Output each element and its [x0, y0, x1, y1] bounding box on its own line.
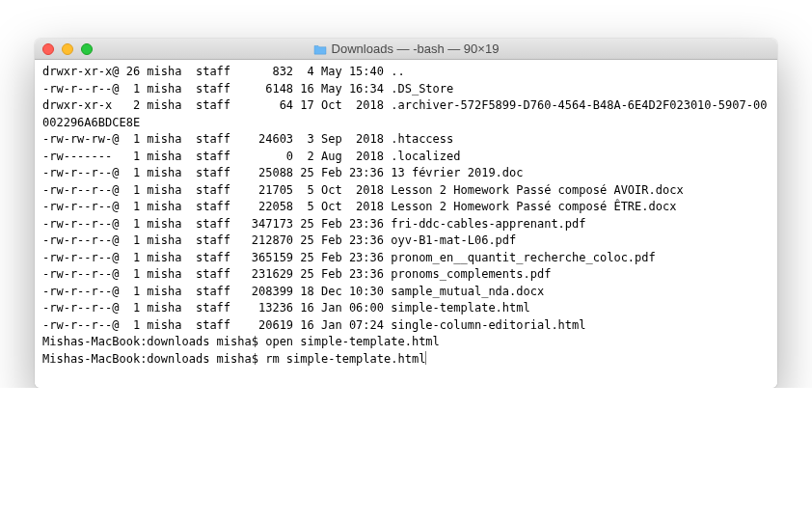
listing-line: -rw-r--r--@ 1 misha staff 20619 16 Jan 0…	[42, 317, 770, 335]
close-button[interactable]	[42, 43, 54, 55]
listing-line: -rw------- 1 misha staff 0 2 Aug 2018 .l…	[42, 149, 770, 166]
listing-line: -rw-r--r--@ 1 misha staff 6148 16 May 16…	[42, 81, 770, 98]
listing-line: -rw-rw-rw-@ 1 misha staff 24603 3 Sep 20…	[42, 131, 770, 149]
listing-line: -rw-r--r--@ 1 misha staff 212870 25 Feb …	[42, 233, 770, 250]
minimize-button[interactable]	[62, 43, 73, 55]
listing-line: -rw-r--r--@ 1 misha staff 347173 25 Feb …	[42, 216, 770, 233]
listing-line: -rw-r--r--@ 1 misha staff 365159 25 Feb …	[42, 250, 770, 267]
maximize-button[interactable]	[81, 43, 93, 55]
listing-line: drwxr-xr-x@ 26 misha staff 832 4 May 15:…	[42, 64, 770, 81]
listing-line: -rw-r--r--@ 1 misha staff 231629 25 Feb …	[42, 266, 770, 284]
traffic-lights	[42, 43, 93, 55]
window-title-wrap: Downloads — -bash — 90×19	[42, 41, 770, 56]
listing-line: -rw-r--r--@ 1 misha staff 13236 16 Jan 0…	[42, 300, 770, 317]
cursor	[425, 351, 426, 365]
window-title: Downloads — -bash — 90×19	[332, 41, 500, 56]
prompt-prefix: Mishas-MacBook:downloads misha$	[42, 335, 265, 348]
listing-line: -rw-r--r--@ 1 misha staff 22058 5 Oct 20…	[42, 199, 770, 216]
titlebar: Downloads — -bash — 90×19	[35, 39, 777, 60]
listing-line: drwxr-xr-x 2 misha staff 64 17 Oct 2018 …	[42, 97, 770, 131]
listing-line: -rw-r--r--@ 1 misha staff 208399 18 Dec …	[42, 284, 770, 301]
folder-icon	[313, 43, 327, 54]
command-text: open simple-template.html	[265, 335, 440, 348]
listing-line: -rw-r--r--@ 1 misha staff 25088 25 Feb 2…	[42, 165, 770, 182]
prompt-prefix: Mishas-MacBook:downloads misha$	[42, 352, 265, 366]
terminal-body[interactable]: drwxr-xr-x@ 26 misha staff 832 4 May 15:…	[35, 60, 777, 388]
prompt-line: Mishas-MacBook:downloads misha$ rm simpl…	[42, 351, 770, 369]
command-text: rm simple-template.html	[265, 352, 425, 366]
terminal-window: Downloads — -bash — 90×19 drwxr-xr-x@ 26…	[35, 39, 777, 388]
prompt-line: Mishas-MacBook:downloads misha$ open sim…	[42, 334, 770, 351]
listing-line: -rw-r--r--@ 1 misha staff 21705 5 Oct 20…	[42, 182, 770, 200]
